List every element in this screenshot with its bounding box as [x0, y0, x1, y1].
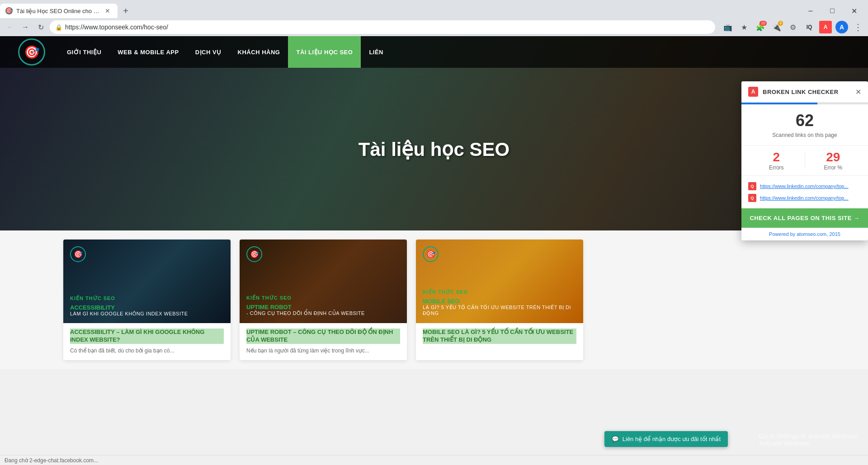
blc-close-button[interactable]: ✕ [855, 88, 861, 96]
card2-link[interactable]: UPTIME ROBOT – CÔNG CỤ THEO DÕI ĐỘ ỔN ĐỊ… [246, 329, 400, 344]
nav-links: GIỚI THIỆU WEB & MOBILE APP DỊCH VỤ KHÁC… [59, 36, 850, 68]
card3-body: MOBILE SEO LÀ GÌ? 5 YẾU TỐ CẦN TỐI ƯU WE… [416, 323, 583, 352]
card2-icon: 🎯 [246, 246, 262, 262]
site-navigation: 🎯 GIỚI THIỆU WEB & MOBILE APP DỊCH VỤ KH… [0, 36, 868, 68]
blc-link-icon-2: Q [748, 194, 756, 202]
card1-body: ACCESSIBILITY – LÀM GÌ KHI GOOGLE KHÔNG … [63, 323, 231, 360]
blc-error-pct-item: 29 Error % [805, 150, 862, 171]
chat-icon: 💬 [612, 436, 619, 442]
close-button[interactable]: ✕ [844, 4, 864, 18]
blc-link-url-2[interactable]: https://www.linkedin.com/company/top... [760, 195, 849, 201]
maximize-button[interactable]: □ [822, 4, 843, 18]
address-bar: ← → ↻ 🔒 https://www.toponseek.com/hoc-se… [0, 18, 868, 36]
blc-stats: 62 Scanned links on this page [741, 104, 868, 145]
url-text: https://www.toponseek.com/hoc-seo/ [65, 23, 710, 31]
blc-link-icon-1: Q [748, 182, 756, 190]
active-tab[interactable]: 🎯 Tài liệu Học SEO Online cho ngư... ✕ [0, 4, 118, 18]
website-content: 🎯 GIỚI THIỆU WEB & MOBILE APP DỊCH VỤ KH… [0, 36, 868, 465]
card2-image: 🎯 KIẾN THỨC SEO UPTIME ROBOT - CÔNG CỤ T… [240, 240, 407, 323]
card1-link[interactable]: ACCESSIBILITY – LÀM GÌ KHI GOOGLE KHÔNG … [70, 329, 224, 344]
extensions3-icon[interactable]: ⚙ [787, 21, 799, 33]
card1-category-colored: SEO [104, 296, 115, 301]
iq-icon[interactable]: IQ [803, 21, 816, 33]
card1-text: Có thể bạn đã biết, dù cho bởi gia bạn c… [70, 347, 224, 355]
card-mobile-seo: 🎯 KIẾN THỨC SEO MOBILE SEO LÀ GÌ? 5 YẾU … [416, 240, 583, 360]
card2-icon-circle: 🎯 [246, 246, 262, 262]
blc-scanned-count: 62 [748, 111, 861, 130]
card3-category-label: KIẾN THỨC [423, 289, 454, 295]
blc-error-pct-label: Error % [805, 164, 862, 171]
nav-item-gioi-thieu[interactable]: GIỚI THIỆU [59, 36, 109, 68]
nav-item-khach-hang[interactable]: KHÁCH HÀNG [230, 36, 288, 68]
card1-category-label: KIẾN THỨC [70, 296, 102, 301]
status-bar-text: Đang chờ 2-edge-chat.facebook.com... [5, 457, 98, 464]
security-lock-icon: 🔒 [55, 24, 62, 31]
tab-close-button[interactable]: ✕ [103, 6, 112, 15]
card3-category: KIẾN THỨC SEO [423, 289, 468, 295]
content-area: 🎯 KIẾN THỨC SEO ACCESSIBILITY LÀM GÌ KHI… [0, 230, 868, 369]
forward-button[interactable]: → [19, 21, 32, 33]
blc-header: A BROKEN LINK CHECKER ✕ [741, 81, 868, 103]
card-accessibility: 🎯 KIẾN THỨC SEO ACCESSIBILITY LÀM GÌ KHI… [63, 240, 231, 360]
card2-category-colored: SEO [280, 295, 292, 301]
blc-error-pct: 29 [805, 150, 862, 164]
toolbar-icons: 📺 ★ 🧩10 🔌9 ⚙ IQ A A ⋮ [722, 20, 864, 34]
blc-errors-label: Errors [748, 164, 805, 171]
tab-bar: 🎯 Tài liệu Học SEO Online cho ngư... ✕ +… [0, 0, 868, 18]
extensions2-badge: 9 [778, 21, 783, 26]
logo-icon: 🎯 [24, 45, 40, 60]
reload-button[interactable]: ↻ [34, 21, 47, 33]
card2-category-label: KIẾN THỨC [246, 295, 278, 301]
profile-avatar[interactable]: A [835, 21, 848, 33]
card3-link[interactable]: MOBILE SEO LÀ GÌ? 5 YẾU TỐ CẦN TỐI ƯU WE… [423, 329, 576, 344]
extensions2-button[interactable]: 🔌9 [770, 21, 783, 33]
card1-icon: 🎯 [70, 246, 86, 262]
blc-title: BROKEN LINK CHECKER [763, 89, 851, 95]
nav-item-tai-lieu[interactable]: TÀI LIỆU HỌC SEO [288, 36, 361, 68]
browser-chrome: 🎯 Tài liệu Học SEO Online cho ngư... ✕ +… [0, 0, 868, 36]
blc-broken-links: Q https://www.linkedin.com/company/top..… [741, 175, 868, 208]
url-bar[interactable]: 🔒 https://www.toponseek.com/hoc-seo/ [50, 20, 715, 34]
nav-item-lien[interactable]: LIÊN [361, 36, 392, 68]
nav-item-dich-vu[interactable]: DỊCH VỤ [187, 36, 230, 68]
card3-subtitle2: LÀ GÌ? 5 YẾU TỐ CẦN TỐI ƯU WEBSITE TRÊN … [423, 305, 576, 316]
blc-errors-section: 2 Errors 29 Error % [741, 145, 868, 175]
card3-subtitle: MOBILE SEO [423, 298, 460, 305]
card1-image: 🎯 KIẾN THỨC SEO ACCESSIBILITY LÀM GÌ KHI… [63, 240, 231, 323]
blc-errors-count: 2 [748, 150, 805, 164]
blc-logo: A [748, 87, 758, 97]
bookmark-icon[interactable]: ★ [738, 21, 750, 33]
hero-content: Tài liệu học SEO [359, 138, 509, 160]
card3-icon-circle: 🎯 [423, 246, 439, 262]
extensions-button[interactable]: 🧩10 [754, 21, 767, 33]
tab-favicon: 🎯 [5, 7, 13, 14]
hero-section: 🎯 GIỚI THIỆU WEB & MOBILE APP DỊCH VỤ KH… [0, 36, 868, 230]
card2-category: KIẾN THỨC SEO [246, 295, 292, 301]
blc-link-item-2: Q https://www.linkedin.com/company/top..… [748, 192, 861, 204]
browser-menu-button[interactable]: ⋮ [852, 20, 864, 34]
blc-errors-count-item: 2 Errors [748, 150, 805, 171]
blc-powered-text: Powered by atomseo.com, 2015 [741, 228, 868, 240]
hero-title: Tài liệu học SEO [359, 138, 509, 160]
chat-text: Liên hệ để nhận được ưu đãi tốt nhất [623, 436, 721, 442]
new-tab-button[interactable]: + [119, 5, 132, 17]
nav-item-web-mobile[interactable]: WEB & MOBILE APP [109, 36, 187, 68]
chat-widget[interactable]: 💬 Liên hệ để nhận được ưu đãi tốt nhất [604, 431, 728, 447]
blc-scanned-label: Scanned links on this page [748, 132, 861, 138]
win-activate-line2: Activate Windows [759, 440, 859, 447]
window-controls: – □ ✕ [800, 4, 868, 18]
extensions-badge: 10 [760, 21, 767, 26]
ahrefs-icon[interactable]: A [819, 21, 832, 33]
win-activate-line1: Go to Settings to activate Windows. [759, 432, 859, 440]
blc-check-all-button[interactable]: CHECK ALL PAGES ON THIS SITE → [741, 208, 868, 228]
card2-subtitle: UPTIME ROBOT [246, 304, 292, 310]
back-button[interactable]: ← [4, 21, 16, 33]
logo-circle: 🎯 [18, 38, 45, 66]
browser-status-bar: Đang chờ 2-edge-chat.facebook.com... [0, 455, 868, 465]
cast-icon[interactable]: 📺 [722, 21, 734, 33]
minimize-button[interactable]: – [800, 4, 821, 18]
card1-icon-circle: 🎯 [70, 246, 86, 262]
site-logo[interactable]: 🎯 [18, 38, 45, 66]
card3-image: 🎯 KIẾN THỨC SEO MOBILE SEO LÀ GÌ? 5 YẾU … [416, 240, 583, 323]
blc-link-url-1[interactable]: https://www.linkedin.com/company/top... [760, 183, 849, 189]
